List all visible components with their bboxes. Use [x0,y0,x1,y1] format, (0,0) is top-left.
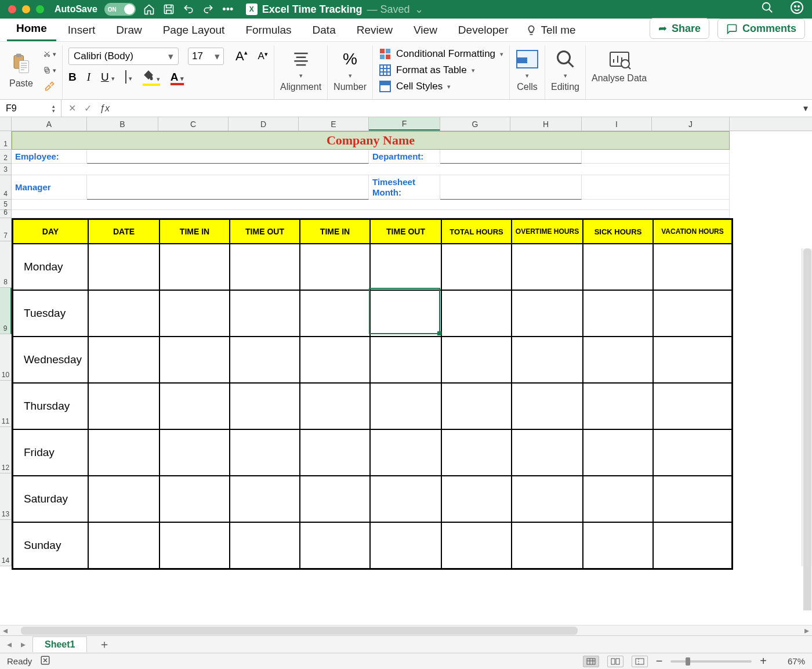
cell[interactable] [371,429,442,475]
undo-icon[interactable] [182,3,195,16]
row-header-3[interactable]: 3 [0,164,12,175]
th-overtime[interactable]: OVERTIME HOURS [512,220,583,243]
employee-input[interactable] [87,150,369,164]
cell[interactable] [371,290,442,336]
timesheet-month-label[interactable]: Timesheet Month: [369,175,440,200]
cell[interactable] [371,336,442,382]
copy-icon[interactable] [44,64,56,77]
cell[interactable] [300,429,371,475]
cell[interactable] [300,382,371,429]
cell[interactable] [583,290,654,336]
accessibility-icon[interactable] [40,655,50,667]
row-header-13[interactable]: 13 [0,473,12,520]
col-header-c[interactable]: C [158,117,229,131]
horizontal-scrollbar[interactable]: ◂ ▸ [0,625,812,635]
th-day[interactable]: DAY [13,220,89,243]
cell[interactable] [442,522,512,568]
format-as-table-button[interactable]: Format as Table▾ [379,64,475,77]
row-header-2[interactable]: 2 [0,150,12,164]
document-title[interactable]: X Excel Time Tracking — Saved ⌄ [246,3,423,16]
row-header-12[interactable]: 12 [0,427,12,473]
col-header-b[interactable]: B [87,117,158,131]
cell[interactable] [512,243,583,290]
zoom-out-button[interactable]: − [656,654,663,668]
select-all-corner[interactable] [0,117,12,131]
th-total[interactable]: TOTAL HOURS [442,220,512,243]
cell[interactable] [583,475,654,522]
prev-sheet-icon[interactable]: ◂ [5,639,14,650]
paste-button[interactable]: Paste [9,52,33,89]
sheet-cells[interactable]: Company Name Employee: Department: Manag… [12,131,730,566]
cell[interactable] [654,522,731,568]
cell[interactable] [89,243,160,290]
view-page-layout-button[interactable] [607,656,624,667]
chevron-down-icon[interactable]: ⌄ [415,3,423,16]
cut-icon[interactable] [44,48,56,60]
tab-data[interactable]: Data [303,20,345,41]
cell[interactable] [583,243,654,290]
close-window-icon[interactable] [8,5,16,13]
cell[interactable] [512,522,583,568]
cell[interactable] [442,429,512,475]
account-icon[interactable] [790,1,804,18]
cell[interactable] [442,290,512,336]
row-header-6[interactable]: 6 [0,210,12,218]
cell[interactable] [89,336,160,382]
row-header-14[interactable]: 14 [0,520,12,566]
cell[interactable] [89,382,160,429]
share-button[interactable]: ➦ Share [650,18,709,39]
cell[interactable] [371,243,442,290]
th-timein1[interactable]: TIME IN [160,220,230,243]
col-header-i[interactable]: I [582,117,652,131]
th-timeout1[interactable]: TIME OUT [230,220,300,243]
cell[interactable] [654,243,731,290]
th-sick[interactable]: SICK HOURS [583,220,654,243]
accept-formula-icon[interactable]: ✓ [84,103,92,114]
th-date[interactable]: DATE [89,220,160,243]
cell[interactable] [160,243,230,290]
cell[interactable] [442,475,512,522]
font-name-select[interactable]: Calibri (Body)▾ [68,48,179,65]
cell-styles-button[interactable]: Cell Styles▾ [379,80,451,93]
decrease-font-icon[interactable]: A▾ [258,50,268,62]
tab-review[interactable]: Review [347,20,402,41]
row-header-8[interactable]: 8 [0,241,12,288]
comments-button[interactable]: Comments [717,19,805,39]
analyse-data-button[interactable] [608,48,631,71]
cell[interactable] [654,382,731,429]
scroll-right-icon[interactable]: ▸ [802,625,812,636]
underline-button[interactable]: U [101,71,115,84]
cell[interactable] [160,290,230,336]
next-sheet-icon[interactable]: ▸ [19,639,28,650]
font-size-select[interactable]: 17▾ [188,48,224,65]
alignment-button[interactable]: ▾ [289,48,313,79]
cells-button[interactable]: ▾ [516,48,539,79]
cell[interactable] [512,382,583,429]
cancel-formula-icon[interactable]: ✕ [68,103,76,114]
row-header-9[interactable]: 9 [0,288,12,334]
cell[interactable] [583,522,654,568]
view-normal-button[interactable] [583,656,599,667]
cell[interactable] [442,336,512,382]
cell[interactable] [512,336,583,382]
th-timeout2[interactable]: TIME OUT [371,220,442,243]
cell[interactable] [442,243,512,290]
cell[interactable] [89,429,160,475]
cell[interactable] [583,382,654,429]
formula-collapse-icon[interactable]: ▾ [799,103,812,114]
cell[interactable] [300,475,371,522]
blank-cell[interactable] [582,175,730,200]
tab-insert[interactable]: Insert [59,20,105,41]
day-thu[interactable]: Thursday [13,382,89,429]
more-icon[interactable]: ••• [222,3,234,16]
sheet-tab-1[interactable]: Sheet1 [32,637,87,652]
redo-icon[interactable] [202,3,215,16]
fx-icon[interactable]: ƒx [100,103,110,114]
cell[interactable] [512,290,583,336]
italic-button[interactable]: I [87,71,90,84]
cell[interactable] [442,382,512,429]
row-header-4[interactable]: 4 [0,175,12,200]
cell[interactable] [230,522,300,568]
tab-view[interactable]: View [404,20,447,41]
borders-button[interactable] [125,71,132,84]
